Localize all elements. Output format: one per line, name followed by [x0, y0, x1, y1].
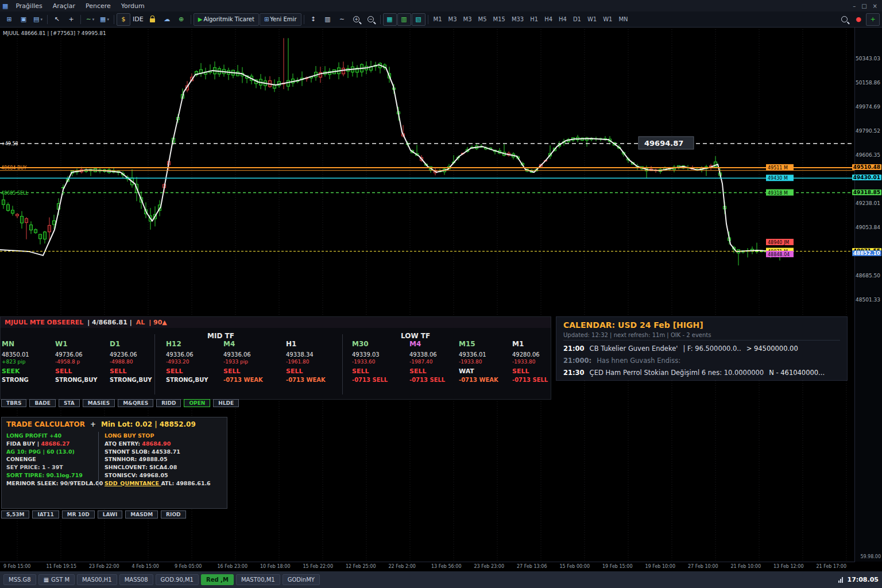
zoom-out-icon[interactable]: −	[364, 13, 378, 26]
algo-trading-button-glyph: ▶	[198, 16, 203, 22]
timeframe-button-m3-1[interactable]: M3	[446, 14, 460, 25]
status-tab-mass08[interactable]: MASS08	[119, 574, 153, 585]
timeframe-button-m5-3[interactable]: M5	[475, 14, 490, 25]
calculator-tab-s-53m[interactable]: S,53M	[1, 510, 29, 519]
menu-bar: ▦ PrağillesAraçlarPencereYordum –□×	[0, 0, 882, 11]
status-tab-gst-m[interactable]: ▦GST M	[38, 574, 75, 585]
status-clock: 17:08.05	[847, 576, 879, 583]
grid-icon[interactable]: ▦	[383, 13, 397, 26]
cursor-icon-glyph: ↖	[54, 16, 59, 23]
price-axis-badge: 48852.10	[852, 250, 881, 256]
status-tab-red-m[interactable]: Red ,M	[201, 574, 234, 585]
mtf-pips: -4933.20	[166, 359, 220, 365]
algo-trading-button[interactable]: ▶Algoritmik Ticaret	[194, 13, 259, 26]
indicators-icon[interactable]: ∼▾	[83, 13, 97, 26]
mtf-str: -0713 WEAK	[286, 377, 340, 384]
status-tab-label: GST M	[51, 577, 69, 583]
menu-pencere[interactable]: Pencere	[80, 1, 116, 11]
mtf-tab-bade[interactable]: BADE	[29, 399, 55, 407]
mtf-tf: H12	[166, 340, 220, 349]
mtf-price: 49236.06	[110, 351, 164, 359]
price-level-tag-text: 48848.04	[768, 252, 790, 257]
candle	[498, 148, 501, 154]
status-tab-mas00-h1[interactable]: MAS00,H1	[77, 574, 117, 585]
timeframe-button-h4-7[interactable]: H4	[541, 14, 555, 25]
menu-ara-lar[interactable]: Araçlar	[48, 1, 80, 11]
price-axis-tick: 49606.35	[856, 152, 880, 158]
ide-icon[interactable]: IDE	[131, 13, 145, 26]
menu-yordum[interactable]: Yordum	[116, 1, 150, 11]
zoom-in-icon[interactable]: +	[350, 13, 363, 26]
profiles-icon[interactable]: ▤▾	[31, 13, 45, 26]
chart-left-tag: +49.58	[1, 141, 18, 146]
sort-icon[interactable]: ↕	[307, 13, 320, 26]
status-clock-wrap: 17:08.05	[838, 576, 879, 583]
timeframe-button-h4-8[interactable]: H4	[556, 14, 570, 25]
price-axis-tick: 49238.01	[856, 200, 880, 206]
connection-icon[interactable]: ●	[852, 13, 865, 26]
mtf-price: | 4/8686.81 |	[87, 319, 131, 326]
calendar-event: 21:30ÇED Ham Perrol Stokian Değişiml 6 n…	[563, 369, 840, 377]
mtf-tab-open[interactable]: OPEN	[184, 399, 210, 407]
status-tab-mss-g8[interactable]: MSS.G8	[3, 574, 36, 585]
timeframe-button-m15-4[interactable]: M15	[490, 14, 508, 25]
tile-windows-icon[interactable]: ▣	[17, 13, 30, 26]
mtf-tab-sta[interactable]: STA	[59, 399, 80, 407]
calculator-plus-button[interactable]: +	[90, 420, 96, 428]
calc-text: SEY PRICE: 1 - 39T	[6, 464, 63, 470]
menu-pra-illes[interactable]: Prağilles	[10, 1, 47, 11]
close-button[interactable]: ×	[873, 3, 877, 9]
calculator-tab-lawi[interactable]: LAWI	[98, 510, 123, 519]
chart-layout-icon[interactable]: ▦▾	[98, 13, 111, 26]
bars-chart-icon[interactable]: ▥	[321, 13, 335, 26]
candles-type-icon[interactable]: ▥	[397, 13, 411, 26]
calculator-tab-bar: S,53MIAT11MR 10DLAWIMASDMRIOD	[1, 510, 186, 519]
timeframe-button-m33-5[interactable]: M33	[509, 14, 527, 25]
mtf-tf: M4	[409, 340, 463, 349]
calculator-tab-riod[interactable]: RIOD	[161, 510, 185, 519]
mtf-tf: D1	[110, 340, 164, 349]
line-chart-icon[interactable]: ∼	[335, 13, 349, 26]
mtf-tab-m-qres[interactable]: M&QRES	[118, 399, 153, 407]
mtf-sig: SELL	[409, 369, 426, 376]
candle	[223, 65, 226, 77]
minimize-button[interactable]: –	[853, 3, 856, 9]
new-order-button[interactable]: ⊞Yeni Emir	[260, 13, 301, 26]
timeframe-button-d1-9[interactable]: D1	[570, 14, 584, 25]
status-tab-godinmy[interactable]: GODinMY	[283, 574, 320, 585]
time-axis-label: 9 Feb 05:00	[175, 564, 202, 569]
price-axis: 59.98.00 49510.4849430.0149318.8548871.5…	[854, 27, 882, 562]
cursor-icon[interactable]: ↖	[50, 13, 64, 26]
timeframe-button-h1-6[interactable]: H1	[527, 14, 541, 25]
calculator-tab-mr-10d[interactable]: MR 10D	[62, 510, 95, 519]
mtf-tab-ridd[interactable]: RIDD	[156, 399, 181, 407]
status-tab-god-90-m1[interactable]: GOD.90,M1	[156, 574, 199, 585]
mtf-tab-tbrs[interactable]: TBRS	[1, 399, 26, 407]
calc-text: LONG BUY STOP	[105, 432, 154, 439]
cloud-icon[interactable]: ☁	[160, 13, 174, 26]
calculator-tab-iat11[interactable]: IAT11	[32, 510, 59, 519]
globe-icon[interactable]: ⊕	[175, 13, 188, 26]
community-icon[interactable]: +	[866, 13, 880, 26]
restore-button[interactable]: □	[861, 3, 866, 9]
new-order-grid-icon-glyph: ⊞	[6, 16, 11, 23]
timeframe-button-w1-10[interactable]: W1	[585, 14, 599, 25]
timeframe-button-mn-12[interactable]: MN	[616, 14, 630, 25]
crosshair-icon[interactable]: +	[64, 13, 78, 26]
search-icon[interactable]	[837, 13, 851, 26]
connection-signal-icon	[838, 577, 843, 583]
calc-text: SDD_QUMNTANCE	[105, 480, 161, 486]
timeframe-button-m3-2[interactable]: M3	[461, 14, 475, 25]
calculator-tab-masdm[interactable]: MASDM	[125, 510, 158, 519]
lock-icon[interactable]	[146, 13, 160, 26]
status-tab-mast00-m1[interactable]: MAST00,M1	[236, 574, 280, 585]
chart-type-icon[interactable]: ▧	[412, 13, 425, 26]
mtf-tab-masies[interactable]: MASIES	[83, 399, 115, 407]
candle	[673, 165, 676, 172]
timeframe-button-w1-11[interactable]: W1	[600, 14, 615, 25]
currency-icon[interactable]: $	[117, 13, 130, 26]
mtf-tab-hlde[interactable]: HLDE	[213, 399, 239, 407]
new-order-grid-icon[interactable]: ⊞	[2, 13, 16, 26]
search-icon	[841, 16, 848, 22]
timeframe-button-m1-0[interactable]: M1	[431, 14, 445, 25]
